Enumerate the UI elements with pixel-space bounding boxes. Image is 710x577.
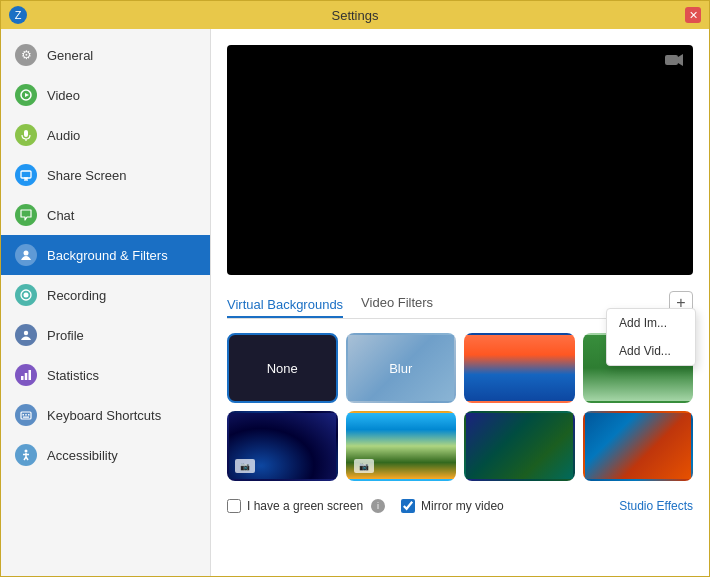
svg-rect-14 <box>21 376 24 380</box>
bg-space[interactable]: 📷 <box>227 411 338 481</box>
mirror-video-checkbox[interactable] <box>401 499 415 513</box>
recording-icon <box>15 284 37 306</box>
tab-virtual-backgrounds[interactable]: Virtual Backgrounds <box>227 293 343 318</box>
sidebar-label-background: Background & Filters <box>47 248 168 263</box>
green-screen-checkbox[interactable] <box>227 499 241 513</box>
sidebar-item-audio[interactable]: Audio <box>1 115 210 155</box>
sidebar-label-recording: Recording <box>47 288 106 303</box>
bg-none[interactable]: None <box>227 333 338 403</box>
title-bar: Z Settings ✕ <box>1 1 709 29</box>
video-preview <box>227 45 693 275</box>
green-screen-group: I have a green screen i <box>227 499 385 513</box>
svg-rect-18 <box>23 414 25 416</box>
general-icon: ⚙ <box>15 44 37 66</box>
mirror-video-group: Mirror my video <box>401 499 504 513</box>
sidebar-label-profile: Profile <box>47 328 84 343</box>
bg-aurora[interactable] <box>464 411 575 481</box>
sidebar-label-audio: Audio <box>47 128 80 143</box>
add-video-option[interactable]: Add Vid... <box>607 337 695 365</box>
bg-beach[interactable]: 📷 <box>346 411 457 481</box>
space-camera-indicator: 📷 <box>235 459 255 473</box>
camera-icon <box>665 53 683 71</box>
sidebar-label-accessibility: Accessibility <box>47 448 118 463</box>
sidebar-item-profile[interactable]: Profile <box>1 315 210 355</box>
sidebar: ⚙ General Video <box>1 29 211 576</box>
main-layout: ⚙ General Video <box>1 29 709 576</box>
sidebar-item-general[interactable]: ⚙ General <box>1 35 210 75</box>
svg-rect-27 <box>665 55 678 65</box>
settings-window: Z Settings ✕ ⚙ General Video <box>0 0 710 577</box>
green-screen-info-icon[interactable]: i <box>371 499 385 513</box>
bg-golden-gate[interactable] <box>464 333 575 403</box>
window-title: Settings <box>332 8 379 23</box>
svg-point-10 <box>24 251 29 256</box>
svg-marker-3 <box>25 93 29 97</box>
studio-effects-link[interactable]: Studio Effects <box>619 499 693 513</box>
sidebar-item-recording[interactable]: Recording <box>1 275 210 315</box>
svg-rect-16 <box>29 370 32 380</box>
main-panel: Virtual Backgrounds Video Filters + None… <box>211 29 709 576</box>
svg-rect-20 <box>28 414 30 416</box>
sidebar-item-accessibility[interactable]: Accessibility <box>1 435 210 475</box>
svg-point-12 <box>24 293 29 298</box>
sidebar-item-video[interactable]: Video <box>1 75 210 115</box>
bg-blur-label: Blur <box>389 361 412 376</box>
svg-rect-21 <box>23 417 29 418</box>
svg-marker-28 <box>678 54 683 66</box>
sidebar-item-share-screen[interactable]: Share Screen <box>1 155 210 195</box>
app-icon: Z <box>9 6 27 24</box>
svg-point-22 <box>25 450 28 453</box>
close-button[interactable]: ✕ <box>685 7 701 23</box>
statistics-icon <box>15 364 37 386</box>
sidebar-item-chat[interactable]: Chat <box>1 195 210 235</box>
background-icon <box>15 244 37 266</box>
add-image-option[interactable]: Add Im... <box>607 309 695 337</box>
sidebar-item-background[interactable]: Background & Filters <box>1 235 210 275</box>
svg-rect-4 <box>24 130 28 137</box>
bg-none-label: None <box>267 361 298 376</box>
bg-blur[interactable]: Blur <box>346 333 457 403</box>
sidebar-label-chat: Chat <box>47 208 74 223</box>
svg-rect-15 <box>25 373 28 380</box>
add-dropdown: Add Im... Add Vid... <box>606 308 696 366</box>
mirror-video-label: Mirror my video <box>421 499 504 513</box>
green-screen-label: I have a green screen <box>247 499 363 513</box>
sidebar-label-share: Share Screen <box>47 168 127 183</box>
share-screen-icon <box>15 164 37 186</box>
audio-icon <box>15 124 37 146</box>
sidebar-label-general: General <box>47 48 93 63</box>
svg-rect-6 <box>21 171 31 178</box>
video-icon <box>15 84 37 106</box>
bg-action[interactable] <box>583 411 694 481</box>
sidebar-item-statistics[interactable]: Statistics <box>1 355 210 395</box>
chat-icon <box>15 204 37 226</box>
accessibility-icon <box>15 444 37 466</box>
svg-rect-19 <box>25 414 27 416</box>
svg-line-26 <box>26 457 28 460</box>
sidebar-label-statistics: Statistics <box>47 368 99 383</box>
beach-camera-indicator: 📷 <box>354 459 374 473</box>
svg-text:Z: Z <box>15 9 22 21</box>
sidebar-label-keyboard: Keyboard Shortcuts <box>47 408 161 423</box>
svg-point-13 <box>24 331 28 335</box>
tab-video-filters[interactable]: Video Filters <box>361 291 433 314</box>
keyboard-icon <box>15 404 37 426</box>
profile-icon <box>15 324 37 346</box>
sidebar-label-video: Video <box>47 88 80 103</box>
bottom-controls: I have a green screen i Mirror my video … <box>227 499 693 513</box>
sidebar-item-keyboard[interactable]: Keyboard Shortcuts <box>1 395 210 435</box>
